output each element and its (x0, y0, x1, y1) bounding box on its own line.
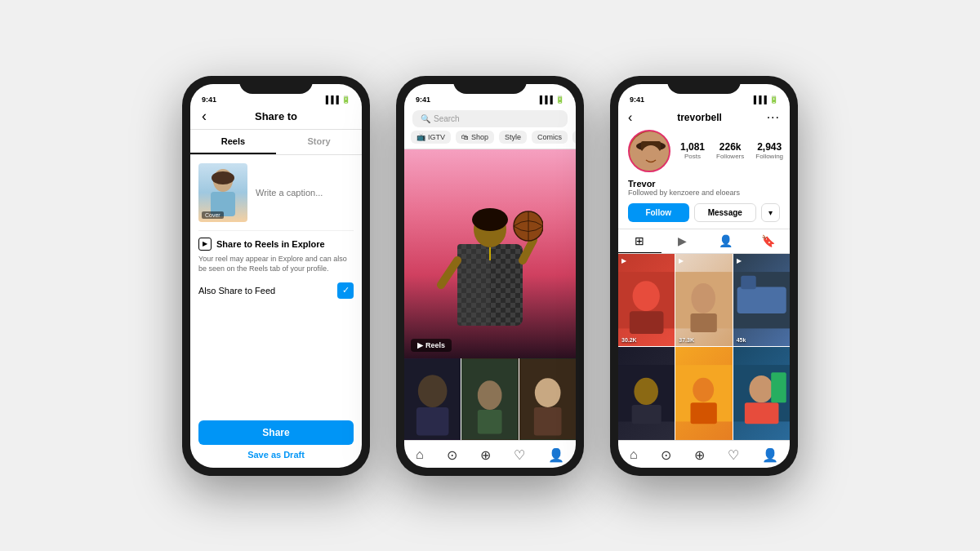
status-icons-3: ▐▐▐ 🔋 (751, 96, 778, 104)
nav-heart-3[interactable]: ♡ (728, 447, 739, 463)
following-label: Following (755, 153, 783, 160)
photo-5[interactable] (675, 347, 732, 440)
nav-home-3[interactable]: ⌂ (630, 447, 638, 463)
cover-row: Cover (198, 163, 354, 222)
status-time-1: 9:41 (202, 96, 216, 104)
play-icon-3: ▶ (737, 257, 742, 264)
svg-rect-48 (771, 372, 786, 402)
posts-label: Posts (680, 153, 705, 160)
message-button[interactable]: Message (694, 203, 757, 222)
tab-reels[interactable]: Reels (190, 130, 276, 154)
status-icons-2: ▐▐▐ 🔋 (537, 96, 564, 104)
tab-reels[interactable]: ▶ (662, 229, 705, 253)
nav-home-2[interactable]: ⌂ (416, 447, 424, 463)
page-title-1: Share to (255, 110, 297, 122)
back-button-1[interactable]: ‹ (202, 108, 207, 125)
main-video[interactable]: ▶ Reels (404, 149, 576, 358)
view-count-3: 45k (737, 337, 746, 343)
svg-rect-35 (691, 313, 717, 331)
cat-tv[interactable]: TV & Movie (572, 131, 576, 144)
avatar-image (630, 131, 669, 171)
notch (239, 76, 313, 94)
followers-count: 226k (716, 141, 744, 153)
tab-story[interactable]: Story (276, 130, 362, 154)
also-share-row: Also Share to Feed ✓ (198, 282, 354, 299)
nav-profile-3[interactable]: 👤 (762, 447, 778, 463)
signal-icon-2: ▐▐▐ (537, 96, 553, 104)
svg-point-43 (693, 378, 715, 402)
avatar (628, 130, 670, 172)
tab-saved[interactable]: 🔖 (747, 229, 791, 253)
cat-style[interactable]: Style (499, 131, 527, 144)
photo-2[interactable]: ▶ 37.3K (675, 254, 732, 347)
tab-grid[interactable]: ⊞ (618, 229, 662, 253)
nav-search-2[interactable]: ⊙ (447, 447, 457, 463)
shop-icon: 🛍 (461, 133, 469, 141)
cover-thumbnail[interactable]: Cover (198, 163, 247, 222)
view-count-2: 37.3K (679, 337, 694, 343)
svg-point-40 (634, 378, 658, 405)
profile-username: trevorbell (677, 112, 722, 123)
reels-icon: ▶ (198, 238, 212, 251)
bottom-nav-2: ⌂ ⊙ ⊕ ♡ 👤 (404, 440, 576, 468)
save-draft-button[interactable]: Save as Draft (198, 450, 354, 460)
profile-tab-icons: ⊞ ▶ 👤 🔖 (618, 229, 790, 254)
stat-posts: 1,081 Posts (680, 141, 705, 160)
svg-rect-38 (741, 275, 755, 289)
name-section: Trevor Followed by kenzoere and eloears (618, 179, 790, 200)
nav-heart-2[interactable]: ♡ (514, 447, 525, 463)
cover-label: Cover (202, 211, 224, 219)
notch-2 (453, 76, 527, 94)
battery-icon-3: 🔋 (769, 96, 778, 104)
grid-item-1[interactable] (404, 358, 461, 440)
follow-button[interactable]: Follow (628, 203, 689, 222)
cat-igtv[interactable]: 📺 IGTV (411, 131, 451, 144)
search-placeholder: Search (434, 114, 460, 123)
explore-grid (404, 358, 576, 440)
signal-icon: ▐▐▐ (323, 96, 339, 104)
reels-label: ▶ Reels (411, 339, 452, 352)
cat-comics[interactable]: Comics (532, 131, 568, 144)
phone-share: 9:41 ▐▐▐ 🔋 ‹ Share to Reels Story (182, 76, 370, 476)
play-icon-1: ▶ (621, 257, 626, 264)
tab-tagged[interactable]: 👤 (704, 229, 747, 253)
search-icon: 🔍 (421, 114, 430, 123)
nav-add-3[interactable]: ⊕ (694, 447, 705, 463)
nav-add-2[interactable]: ⊕ (480, 447, 491, 463)
svg-rect-32 (630, 311, 664, 334)
status-icons-1: ▐▐▐ 🔋 (323, 96, 350, 104)
svg-point-21 (478, 380, 502, 410)
person-svg (437, 171, 543, 358)
back-button-3[interactable]: ‹ (628, 110, 632, 125)
follow-dropdown-button[interactable]: ▾ (761, 203, 780, 222)
nav-profile-2[interactable]: 👤 (548, 447, 564, 463)
svg-rect-22 (478, 409, 502, 433)
caption-input[interactable] (254, 163, 362, 222)
cat-shop[interactable]: 🛍 Shop (456, 131, 494, 144)
profile-info-row: 1,081 Posts 226k Followers 2,943 Followi… (618, 130, 790, 179)
phone-profile: 9:41 ▐▐▐ 🔋 ‹ trevorbell ··· (610, 76, 798, 476)
profile-stats: 1,081 Posts 226k Followers 2,943 Followi… (680, 141, 783, 160)
svg-rect-19 (416, 407, 449, 435)
photo-4[interactable] (618, 347, 675, 440)
stat-following: 2,943 Following (755, 141, 783, 160)
action-buttons: Follow Message ▾ (618, 200, 790, 229)
search-input[interactable]: 🔍 Search (412, 110, 568, 127)
bottom-nav-3: ⌂ ⊙ ⊕ ♡ 👤 (618, 440, 790, 468)
grid-item-2[interactable] (461, 358, 518, 440)
phone-explore: 9:41 ▐▐▐ 🔋 🔍 Search 📺 IGTV (396, 76, 584, 476)
nav-search-3[interactable]: ⊙ (661, 447, 671, 463)
svg-rect-41 (632, 405, 662, 424)
more-options-button[interactable]: ··· (767, 110, 780, 125)
followed-by-text: Followed by kenzoere and eloears (628, 189, 780, 197)
igtv-icon: 📺 (416, 133, 425, 141)
grid-item-3[interactable] (519, 358, 576, 440)
also-share-checkbox[interactable]: ✓ (337, 282, 354, 299)
photo-6[interactable] (733, 347, 790, 440)
photo-1[interactable]: ▶ 30.2K (618, 254, 675, 347)
wifi-icon: 🔋 (341, 96, 350, 104)
svg-rect-47 (745, 402, 779, 424)
share-button[interactable]: Share (198, 420, 354, 445)
photo-3[interactable]: ▶ 45k (733, 254, 790, 347)
posts-count: 1,081 (680, 141, 705, 153)
